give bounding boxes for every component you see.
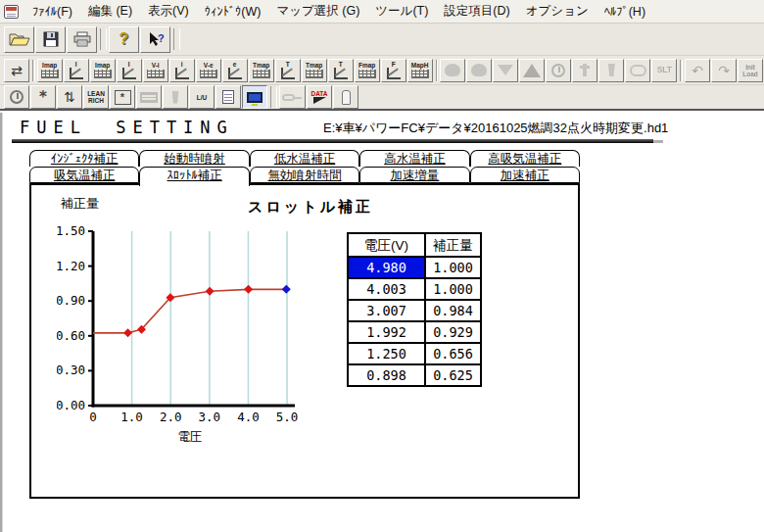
print-button[interactable]	[67, 26, 97, 53]
tmap2-button[interactable]: Tmap	[302, 59, 327, 82]
injector2-icon	[172, 91, 179, 104]
imap2-3d-button[interactable]: I	[117, 59, 142, 82]
edit-doc-button[interactable]	[215, 85, 241, 109]
data-point-selected[interactable]	[282, 285, 291, 294]
table-cell[interactable]: 0.656	[425, 343, 481, 364]
table-header-cell: 補正量	[425, 233, 481, 257]
boost-button[interactable]	[493, 59, 518, 82]
mountain-button[interactable]	[519, 59, 545, 82]
save-button[interactable]	[35, 26, 66, 53]
table-cell[interactable]: 0.625	[425, 364, 481, 386]
printer-icon	[73, 31, 91, 47]
tab-加速補正[interactable]: 加速補正	[470, 167, 580, 183]
table-cell[interactable]: 4.003	[348, 278, 425, 300]
lean-rich-button-label: LEAN RICH	[87, 90, 105, 104]
throttle-correction-chart[interactable]: 0.000.300.600.901.201.5001.02.03.04.05.0…	[57, 207, 360, 452]
cycle-arrows-button[interactable]: ⇅	[57, 85, 82, 109]
init-load-button[interactable]: Init Load	[738, 59, 763, 82]
kat-button[interactable]	[625, 59, 650, 82]
trace-follow-button[interactable]: ⇄	[4, 59, 29, 82]
window-system-menu-icon[interactable]	[4, 5, 19, 19]
table-cell[interactable]: 1.250	[348, 343, 425, 364]
table-cell[interactable]: 3.007	[348, 300, 425, 321]
lean-rich-button[interactable]: LEAN RICH	[83, 85, 109, 109]
menu-item-2[interactable]: 編集 (E)	[80, 0, 140, 23]
meter-button[interactable]	[4, 85, 29, 109]
tab-ｽﾛｯﾄﾙ補正-selected[interactable]: ｽﾛｯﾄﾙ補正	[139, 167, 249, 186]
fmap-3d-button[interactable]: F	[381, 59, 406, 82]
data-point[interactable]	[244, 285, 253, 294]
open-file-button[interactable]	[4, 26, 34, 53]
maph-button[interactable]: MapH	[407, 59, 433, 82]
menu-item-5[interactable]: マップ選択 (G)	[268, 0, 367, 23]
lighter-button[interactable]	[333, 85, 358, 109]
tab-高水温補正[interactable]: 高水温補正	[359, 150, 469, 167]
v-e-3d-icon	[228, 68, 242, 79]
data-log-button[interactable]: DATA	[307, 85, 332, 109]
tab-ｲﾝｼﾞｪｸﾀ補正[interactable]: ｲﾝｼﾞｪｸﾀ補正	[29, 150, 139, 167]
imap-3d-button[interactable]: I	[64, 59, 89, 82]
plug-button[interactable]	[572, 59, 597, 82]
menu-item-7[interactable]: 設定項目(D)	[436, 0, 517, 23]
engine-set-button[interactable]	[466, 59, 492, 82]
injector-button[interactable]	[598, 59, 624, 82]
menu-item-6[interactable]: ツール(T)	[367, 0, 436, 23]
engine-see-button[interactable]	[440, 59, 465, 82]
tab-無効噴射時間[interactable]: 無効噴射時間	[250, 167, 359, 183]
map-window-button[interactable]	[136, 85, 162, 109]
imap-icon	[41, 70, 59, 78]
dial-button[interactable]	[546, 59, 571, 82]
v-e-map-button[interactable]: V-e	[196, 59, 221, 82]
v-e-3d-button[interactable]: e	[222, 59, 248, 82]
undo-button[interactable]: ↶	[685, 59, 710, 82]
menu-item-1[interactable]: ﾌｧｲﾙ(F)	[24, 2, 80, 22]
x-tick-label: 3.0	[199, 410, 221, 424]
key-icon	[282, 94, 295, 101]
table-cell-selected[interactable]: 4.980	[348, 257, 425, 278]
table-cell[interactable]: 0.984	[425, 300, 481, 321]
lockup-button[interactable]: L/U	[189, 85, 215, 109]
data-point[interactable]	[206, 287, 215, 296]
menu-item-9[interactable]: ﾍﾙﾌﾟ(H)	[597, 2, 653, 22]
table-cell[interactable]: 1.000	[425, 278, 481, 300]
redo-button[interactable]: ↷	[711, 59, 737, 82]
imap-button[interactable]: Imap	[37, 59, 63, 82]
fan-button[interactable]: *	[30, 85, 56, 109]
v-e-map-icon	[200, 70, 217, 78]
tmap-3d-icon	[281, 68, 295, 79]
menu-item-8[interactable]: オプション	[518, 0, 597, 23]
table-cell[interactable]: 0.929	[425, 321, 481, 343]
table-cell[interactable]: 1.992	[348, 321, 425, 343]
table-body: 4.9801.0004.0031.0003.0070.9841.9920.929…	[348, 257, 481, 386]
table-cell[interactable]: 1.000	[425, 257, 481, 278]
tab-低水温補正[interactable]: 低水温補正	[250, 150, 359, 167]
monitor-button[interactable]	[242, 85, 267, 109]
key-button[interactable]	[279, 85, 306, 109]
context-help-button[interactable]: ?	[140, 26, 170, 53]
v-i-map-button[interactable]: V-i	[143, 59, 168, 82]
fmap-button[interactable]: Fmap	[355, 59, 380, 82]
tab-label: 始動時噴射	[164, 152, 225, 166]
menu-item-3[interactable]: 表示(V)	[140, 0, 197, 23]
slt-button[interactable]: SLT	[651, 59, 677, 82]
x-tick-label: 0	[89, 410, 97, 424]
v-i-3d-button[interactable]: i	[169, 59, 195, 82]
menu-item-4[interactable]: ｳｨﾝﾄﾞｳ(W)	[197, 2, 269, 22]
tab-加速増量[interactable]: 加速増量	[359, 167, 469, 183]
table-row: 4.0031.000	[348, 278, 481, 300]
tab-始動時噴射[interactable]: 始動時噴射	[139, 150, 249, 167]
tmap2-3d-button[interactable]: T	[328, 59, 354, 82]
imap-button-label: Imap	[42, 62, 57, 69]
fan-box-button[interactable]: *	[110, 85, 135, 109]
tmap-button[interactable]: Tmap	[249, 59, 274, 82]
table-cell[interactable]: 0.898	[348, 364, 425, 386]
data-point[interactable]	[123, 328, 132, 337]
imap2-button[interactable]: Imap	[90, 59, 116, 82]
tab-吸気温補正[interactable]: 吸気温補正	[29, 167, 139, 183]
v-i-map-button-label: V-i	[152, 62, 160, 69]
tab-高吸気温補正[interactable]: 高吸気温補正	[470, 150, 580, 167]
plug-icon	[583, 64, 587, 76]
help-button[interactable]: ?	[109, 26, 139, 53]
tmap-3d-button[interactable]: T	[275, 59, 301, 82]
injector2-button[interactable]	[163, 85, 188, 109]
